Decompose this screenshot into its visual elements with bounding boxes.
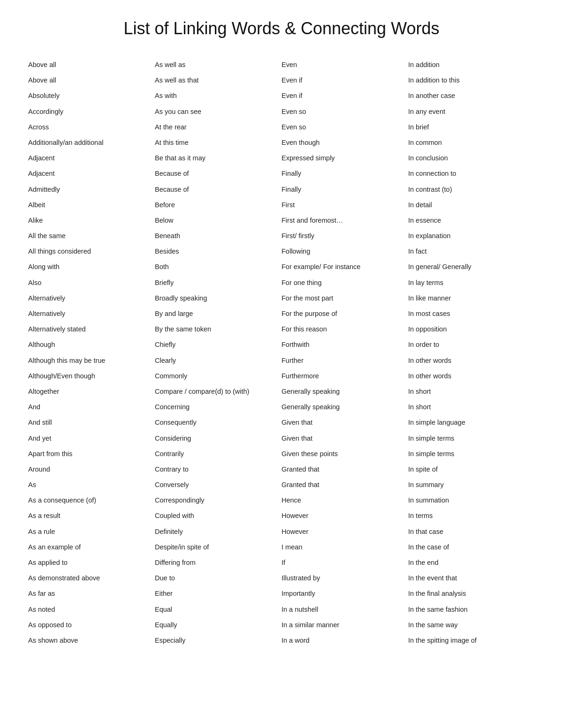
list-item: In opposition (408, 322, 535, 337)
list-item: Around (28, 462, 155, 477)
list-item: In another case (408, 88, 535, 104)
list-item: In the case of (408, 540, 535, 555)
list-item: Given that (282, 431, 408, 446)
list-item: In addition to this (408, 73, 535, 88)
list-item: Correspondingly (155, 493, 282, 508)
list-item: In brief (408, 120, 535, 135)
list-item: In the end (408, 555, 535, 570)
list-item: Consequently (155, 415, 282, 430)
list-item: Across (28, 120, 155, 135)
list-item: In the same way (408, 617, 535, 633)
list-item: Given that (282, 415, 408, 430)
list-item: Above all (28, 73, 155, 88)
list-item: Both (155, 259, 282, 275)
list-item: Generally speaking (282, 384, 408, 399)
column-1: Above allAbove allAbsolutelyAccordinglyA… (28, 57, 155, 648)
list-item: In lay terms (408, 275, 535, 291)
list-item: In like manner (408, 291, 535, 306)
list-item: For one thing (282, 275, 408, 291)
list-item: In summary (408, 477, 535, 493)
list-item: At the rear (155, 120, 282, 135)
list-item: Even so (282, 104, 408, 120)
list-item: Altogether (28, 384, 155, 399)
list-item: In terms (408, 508, 535, 524)
list-item: Even (282, 57, 408, 73)
list-item: Apart from this (28, 446, 155, 462)
list-item: In a similar manner (282, 617, 408, 633)
list-item: Adjacent (28, 150, 155, 166)
list-item: In general/ Generally (408, 259, 535, 275)
list-item: Be that as it may (155, 150, 282, 166)
column-3: EvenEven ifEven ifEven soEven soEven tho… (282, 57, 408, 648)
list-item: In any event (408, 104, 535, 120)
list-item: In a word (282, 633, 408, 648)
list-item: Additionally/an additional (28, 135, 155, 150)
list-item: As (28, 477, 155, 493)
list-item: Because of (155, 182, 282, 197)
list-item: In that case (408, 524, 535, 540)
list-item: Equally (155, 617, 282, 633)
word-columns: Above allAbove allAbsolutelyAccordinglyA… (28, 57, 535, 648)
list-item: Given these points (282, 446, 408, 462)
list-item: Either (155, 586, 282, 601)
list-item: In spite of (408, 462, 535, 477)
list-item: Illustrated by (282, 570, 408, 586)
list-item: Broadly speaking (155, 291, 282, 306)
list-item: Especially (155, 633, 282, 648)
list-item: As an example of (28, 540, 155, 555)
list-item: Alike (28, 213, 155, 228)
list-item: In other words (408, 353, 535, 368)
list-item: In the same fashion (408, 602, 535, 617)
list-item: Finally (282, 166, 408, 181)
list-item: At this time (155, 135, 282, 150)
list-item: Although (28, 337, 155, 353)
list-item: In simple language (408, 415, 535, 430)
list-item: All the same (28, 228, 155, 244)
list-item: Expressed simply (282, 150, 408, 166)
list-item: Albeit (28, 197, 155, 213)
list-item: As a consequence (of) (28, 493, 155, 508)
list-item: Concerning (155, 399, 282, 415)
list-item: Furthermore (282, 368, 408, 384)
list-item: Granted that (282, 477, 408, 493)
list-item: However (282, 508, 408, 524)
list-item: Contrary to (155, 462, 282, 477)
list-item: And (28, 399, 155, 415)
list-item: For example/ For instance (282, 259, 408, 275)
list-item: Even so (282, 120, 408, 135)
list-item: As applied to (28, 555, 155, 570)
list-item: If (282, 555, 408, 570)
list-item: I mean (282, 540, 408, 555)
list-item: Along with (28, 259, 155, 275)
list-item: As noted (28, 602, 155, 617)
list-item: Admittedly (28, 182, 155, 197)
list-item: In the final analysis (408, 586, 535, 601)
list-item: In simple terms (408, 431, 535, 446)
list-item: In short (408, 399, 535, 415)
list-item: Clearly (155, 353, 282, 368)
list-item: Adjacent (28, 166, 155, 181)
list-item: Before (155, 197, 282, 213)
list-item: In short (408, 384, 535, 399)
list-item: Definitely (155, 524, 282, 540)
list-item: Accordingly (28, 104, 155, 120)
list-item: Following (282, 244, 408, 259)
list-item: In detail (408, 197, 535, 213)
list-item: Differing from (155, 555, 282, 570)
list-item: And still (28, 415, 155, 430)
list-item: As demonstrated above (28, 570, 155, 586)
list-item: As with (155, 88, 282, 104)
list-item: In the event that (408, 570, 535, 586)
list-item: As a result (28, 508, 155, 524)
list-item: Equal (155, 602, 282, 617)
list-item: First (282, 197, 408, 213)
list-item: In a nutshell (282, 602, 408, 617)
list-item: Considering (155, 431, 282, 446)
list-item: In common (408, 135, 535, 150)
list-item: Beneath (155, 228, 282, 244)
list-item: Hence (282, 493, 408, 508)
list-item: In other words (408, 368, 535, 384)
list-item: Coupled with (155, 508, 282, 524)
list-item: Compare / compare(d) to (with) (155, 384, 282, 399)
list-item: In connection to (408, 166, 535, 181)
